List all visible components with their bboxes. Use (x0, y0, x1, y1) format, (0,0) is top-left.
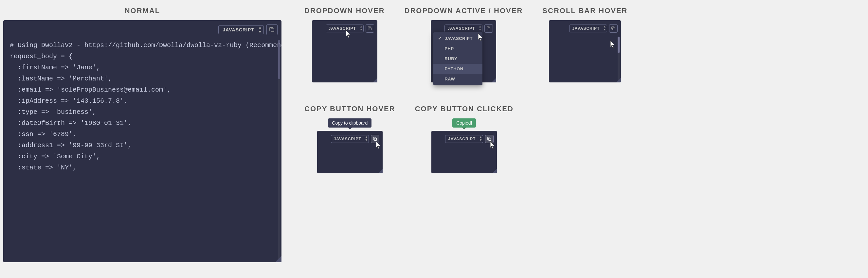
copy-icon-sb (611, 27, 615, 30)
svg-rect-0 (271, 29, 274, 32)
normal-label: NORMAL (125, 0, 160, 20)
cursor-on-scrollbar (609, 40, 616, 51)
mini-panel-scroll-hover: JAVASCRIPT ▲ ▼ (549, 20, 621, 82)
menu-item-label-python: PYTHON (444, 66, 463, 71)
corner-accent (275, 256, 281, 262)
scrollbar-thumb[interactable] (278, 40, 280, 79)
mini-panel-copy-hover: JAVASCRIPT ▲ ▼ (317, 131, 382, 173)
mini-corner-accent-da (492, 78, 496, 82)
mini-panel-copy-clicked: JAVASCRIPT ▲ ▼ (431, 131, 497, 173)
language-dropdown-normal[interactable]: JAVASCRIPT (218, 25, 264, 34)
dropdown-menu: ✓ JAVASCRIPT ✓ PHP ✓ RUBY ✓ PYTHON (433, 32, 483, 85)
scroll-bar-hover-label: SCROLL BAR HOVER (542, 0, 627, 20)
menu-item-raw[interactable]: ✓ RAW (433, 74, 483, 84)
language-btn-dropdown-active[interactable]: JAVASCRIPT (444, 25, 483, 32)
menu-item-python[interactable]: ✓ PYTHON (433, 64, 483, 74)
copy-icon-da (487, 27, 491, 30)
menu-item-php[interactable]: ✓ PHP (433, 43, 483, 54)
cursor-on-dropdown (345, 29, 352, 40)
menu-item-label-js: JAVASCRIPT (444, 36, 472, 41)
svg-rect-1 (369, 28, 371, 30)
language-btn-copy-clicked[interactable]: JAVASCRIPT (445, 135, 483, 143)
code-scrollbar[interactable] (278, 40, 280, 261)
copy-clicked-dropdown-wrapper[interactable]: JAVASCRIPT ▲ ▼ (445, 135, 483, 143)
dropdown-active-section: DROPDOWN ACTIVE / HOVER JAVASCRIPT ▲ ▼ (395, 0, 533, 85)
cursor-on-python (477, 33, 484, 43)
copy-button-normal[interactable] (267, 24, 278, 35)
mini-scrollbar[interactable] (618, 37, 620, 81)
code-panel-header: JAVASCRIPT ▲ ▼ (218, 24, 278, 35)
svg-rect-2 (488, 28, 490, 30)
mini-panel-header-da: JAVASCRIPT ▲ ▼ (434, 24, 493, 33)
check-icon-js: ✓ (438, 36, 442, 41)
mini-corner-accent-sb (616, 78, 621, 82)
dropdown-hover-label: DROPDOWN HOVER (304, 0, 385, 20)
normal-section: NORMAL JAVASCRIPT ▲ ▼ # Using DwollaV2 -… (0, 0, 285, 278)
copied-tooltip: Copied! (452, 118, 476, 128)
copy-btn-dropdown-active[interactable] (485, 24, 493, 33)
copy-hover-label: COPY BUTTON HOVER (304, 98, 395, 118)
copy-clicked-label: COPY BUTTON CLICKED (415, 98, 514, 118)
top-states: DROPDOWN HOVER JAVASCRIPT ▲ ▼ (294, 0, 638, 85)
mini-panel-header-sb: JAVASCRIPT ▲ ▼ (552, 24, 618, 33)
language-btn-copy-hover[interactable]: JAVASCRIPT (331, 135, 369, 143)
mini-panel-header-ch: JAVASCRIPT ▲ ▼ (320, 135, 379, 143)
scroll-bar-hover-section: SCROLL BAR HOVER JAVASCRIPT ▲ ▼ (532, 0, 637, 85)
copy-btn-scroll[interactable] (609, 24, 618, 33)
code-content-normal: # Using DwollaV2 - https://github.com/Dw… (3, 20, 281, 180)
menu-item-javascript[interactable]: ✓ JAVASCRIPT (433, 33, 483, 43)
mini-panel-dropdown-active: JAVASCRIPT ▲ ▼ (431, 20, 496, 82)
right-content: DROPDOWN HOVER JAVASCRIPT ▲ ▼ (285, 0, 647, 278)
cursor-on-copy-clicked (489, 141, 496, 151)
copy-hover-section: COPY BUTTON HOVER Copy to clipboard JAVA… (294, 98, 405, 176)
mini-corner-accent-ch (378, 169, 382, 173)
menu-item-ruby[interactable]: ✓ RUBY (433, 54, 483, 64)
language-dropdown-wrapper[interactable]: JAVASCRIPT ▲ ▼ (218, 25, 264, 34)
language-btn-scroll[interactable]: JAVASCRIPT (569, 25, 607, 32)
scroll-dropdown-wrapper[interactable]: JAVASCRIPT ▲ ▼ (569, 25, 607, 32)
copy-icon-dh (368, 27, 372, 30)
mini-panel-dropdown-hover: JAVASCRIPT ▲ ▼ (312, 20, 377, 82)
svg-rect-3 (613, 28, 615, 30)
mini-scrollbar-thumb[interactable] (618, 37, 620, 53)
copy-clicked-section: COPY BUTTON CLICKED Copied! JAVASCRIPT ▲… (405, 98, 523, 176)
copy-hover-dropdown-wrapper[interactable]: JAVASCRIPT ▲ ▼ (331, 135, 369, 143)
menu-item-label-raw: RAW (444, 76, 455, 81)
dropdown-hover-section: DROPDOWN HOVER JAVASCRIPT ▲ ▼ (294, 0, 395, 85)
mini-corner-accent-cc (492, 169, 497, 173)
copy-btn-dropdown-hover[interactable] (366, 24, 374, 33)
mini-corner-accent-dh (373, 78, 377, 82)
svg-rect-5 (489, 138, 491, 141)
mini-panel-header-cc: JAVASCRIPT ▲ ▼ (435, 135, 494, 143)
cursor-on-copy-hover (375, 141, 382, 151)
copy-tooltip: Copy to clipboard (328, 118, 371, 128)
dropdown-active-label: DROPDOWN ACTIVE / HOVER (405, 0, 523, 20)
copy-icon (269, 27, 275, 32)
bottom-states: COPY BUTTON HOVER Copy to clipboard JAVA… (294, 98, 638, 176)
menu-item-label-php: PHP (444, 46, 454, 51)
code-panel-normal: JAVASCRIPT ▲ ▼ # Using DwollaV2 - https:… (3, 20, 281, 262)
dropdown-active-wrapper[interactable]: JAVASCRIPT ▲ ▼ (444, 25, 483, 32)
menu-item-label-ruby: RUBY (444, 56, 457, 61)
svg-rect-4 (374, 138, 377, 141)
